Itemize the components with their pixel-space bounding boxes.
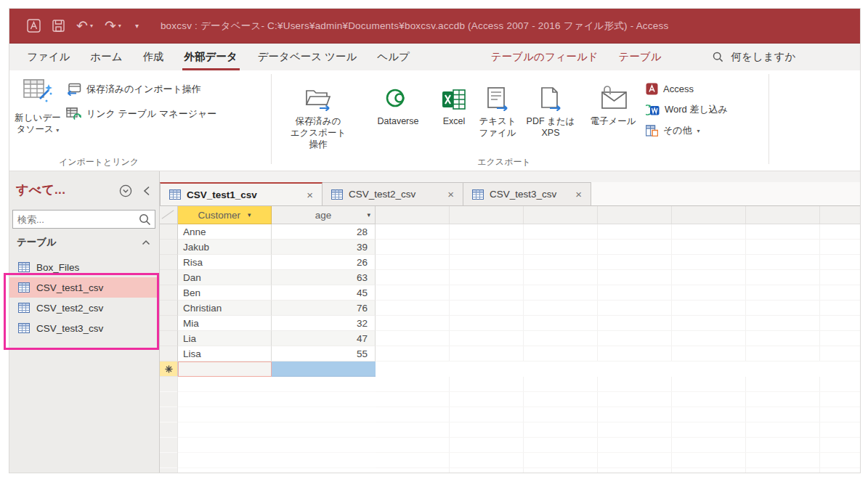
row-selector[interactable] [160, 331, 178, 346]
filter-dropdown-icon[interactable]: ▾ [248, 211, 251, 218]
close-icon[interactable]: × [446, 188, 455, 200]
row-selector[interactable] [160, 224, 178, 240]
nav-item-CSV_test3_csv[interactable]: CSV_test3_csv [9, 318, 159, 338]
row-selector[interactable] [160, 285, 178, 301]
row-selector[interactable] [160, 316, 178, 331]
ribbon-tab-5[interactable]: データベース ツール [248, 44, 368, 70]
save-icon[interactable] [52, 20, 65, 32]
nav-section-label: テーブル [17, 236, 57, 249]
column-header-customer[interactable]: Customer ▾ [178, 206, 272, 224]
ribbon-tab-1[interactable]: ファイル [17, 44, 80, 70]
document-area: CSV_test1_csv×CSV_test2_csv×CSV_test3_cs… [160, 171, 860, 473]
title-bar: ↶▾ ↷▾ ▾ boxcsv : データベース- C:¥Users¥admin¥… [9, 9, 860, 44]
ribbon-tab-6[interactable]: ヘルプ [367, 44, 420, 70]
cell-customer[interactable]: Risa [178, 255, 272, 270]
saved-exports-label-1: 保存済みの [287, 115, 349, 127]
nav-item-CSV_test2_csv[interactable]: CSV_test2_csv [9, 298, 159, 318]
new-record-cell-customer[interactable] [178, 362, 272, 377]
cell-age[interactable]: 76 [272, 301, 376, 316]
cell-age[interactable]: 39 [272, 240, 376, 255]
row-selector[interactable] [160, 240, 178, 255]
cell-customer[interactable]: Christian [178, 301, 272, 316]
chevron-up-icon [142, 240, 150, 245]
linked-table-manager-label: リンク テーブル マネージャー [86, 107, 216, 120]
tell-me-label: 何をしますか [731, 50, 796, 64]
nav-pane-title[interactable]: すべて... [16, 181, 65, 198]
cell-age[interactable]: 45 [272, 285, 376, 301]
ribbon-tab-8[interactable]: テーブル [609, 44, 672, 70]
nav-search-box[interactable] [12, 210, 155, 229]
column-header-age[interactable]: age ▾ [272, 206, 376, 224]
cell-customer[interactable]: Anne [178, 224, 272, 240]
undo-button[interactable]: ↶▾ [76, 19, 93, 33]
access-window: ↶▾ ↷▾ ▾ boxcsv : データベース- C:¥Users¥admin¥… [9, 8, 861, 473]
cell-age[interactable]: 26 [272, 255, 376, 270]
group-divider [768, 74, 769, 164]
linked-table-manager-button[interactable]: リンク テーブル マネージャー [66, 105, 216, 123]
redo-button[interactable]: ↷▾ [105, 19, 121, 33]
nav-item-CSV_test1_csv[interactable]: CSV_test1_csv [9, 277, 159, 298]
row-selector[interactable] [160, 301, 178, 316]
access-export-button[interactable]: Access [646, 81, 694, 97]
ribbon-tab-7[interactable]: テーブルのフィールド [481, 44, 609, 70]
close-icon[interactable]: × [305, 189, 315, 201]
saved-exports-icon [304, 85, 333, 111]
word-merge-icon [646, 104, 660, 116]
saved-imports-button[interactable]: 保存済みのインポート操作 [66, 81, 201, 98]
chevron-down-icon: ▾ [118, 23, 121, 29]
filter-dropdown-icon[interactable]: ▾ [367, 211, 370, 218]
nav-item-label: CSV_test1_csv [36, 282, 103, 293]
row-selector[interactable] [160, 270, 178, 285]
ribbon-tab-3[interactable]: 作成 [133, 44, 174, 70]
new-record-cell-age[interactable] [272, 362, 376, 377]
close-icon[interactable]: × [574, 188, 583, 200]
cell-customer[interactable]: Jakub [178, 240, 272, 255]
nav-search-input[interactable] [13, 211, 155, 228]
pdf-xps-button[interactable]: PDF または XPS [521, 76, 580, 139]
text-file-button[interactable]: テキスト ファイル [477, 76, 518, 139]
column-header-label: Customer [198, 210, 240, 221]
cell-customer[interactable]: Lia [178, 331, 272, 346]
cell-age[interactable]: 55 [272, 346, 376, 362]
new-record-icon [165, 365, 173, 373]
cell-age[interactable]: 32 [272, 316, 376, 331]
access-export-label: Access [663, 83, 694, 94]
table-row: Jakub39 [160, 240, 376, 255]
saved-exports-button[interactable]: 保存済みの エクスポート操作 [287, 76, 349, 150]
cell-age[interactable]: 28 [272, 224, 376, 240]
cell-customer[interactable]: Mia [178, 316, 272, 331]
nav-pane-menu-icon[interactable] [119, 184, 132, 197]
customize-quick-access-icon[interactable]: ▾ [133, 22, 139, 30]
nav-item-Box_Files[interactable]: Box_Files [9, 257, 159, 277]
row-selector[interactable] [160, 346, 178, 362]
nav-section-tables[interactable]: テーブル [9, 234, 159, 251]
cell-customer[interactable]: Lisa [178, 346, 272, 362]
excel-export-button[interactable]: Excel [434, 76, 474, 127]
document-tab-CSV_test3_csv[interactable]: CSV_test3_csv× [463, 182, 591, 205]
email-button[interactable]: 電子メール [583, 76, 643, 127]
undo-icon: ↶ [76, 19, 88, 33]
cell-age[interactable]: 47 [272, 331, 376, 346]
dataverse-button[interactable]: Dataverse [367, 76, 429, 127]
more-export-button[interactable]: その他 ▾ [646, 123, 700, 139]
ribbon: 新しいデー タソース ▾ 保存済みのインポート操作 リンク テーブル マネージャ… [9, 70, 860, 171]
document-tab-CSV_test1_csv[interactable]: CSV_test1_csv× [160, 182, 323, 205]
text-file-label-2: ファイル [477, 127, 518, 139]
shutter-close-icon[interactable] [143, 186, 150, 196]
redo-icon: ↷ [105, 19, 116, 33]
ribbon-tab-2[interactable]: ホーム [80, 44, 132, 70]
new-record-selector[interactable] [160, 362, 178, 377]
document-tab-CSV_test2_csv[interactable]: CSV_test2_csv× [323, 182, 463, 205]
table-row: Lisa55 [160, 346, 376, 362]
ribbon-tab-4[interactable]: 外部データ [174, 44, 248, 70]
document-area-gap [160, 171, 860, 182]
cell-age[interactable]: 63 [272, 270, 376, 285]
select-all-cell[interactable] [160, 206, 178, 224]
word-merge-button[interactable]: Word 差し込み [646, 102, 728, 118]
cell-customer[interactable]: Ben [178, 285, 272, 301]
tab-strip: CSV_test1_csv×CSV_test2_csv×CSV_test3_cs… [160, 182, 860, 206]
cell-customer[interactable]: Dan [178, 270, 272, 285]
new-data-source-button[interactable]: 新しいデー タソース ▾ [14, 74, 62, 166]
tell-me-search[interactable]: 何をしますか [713, 44, 796, 70]
row-selector[interactable] [160, 255, 178, 270]
